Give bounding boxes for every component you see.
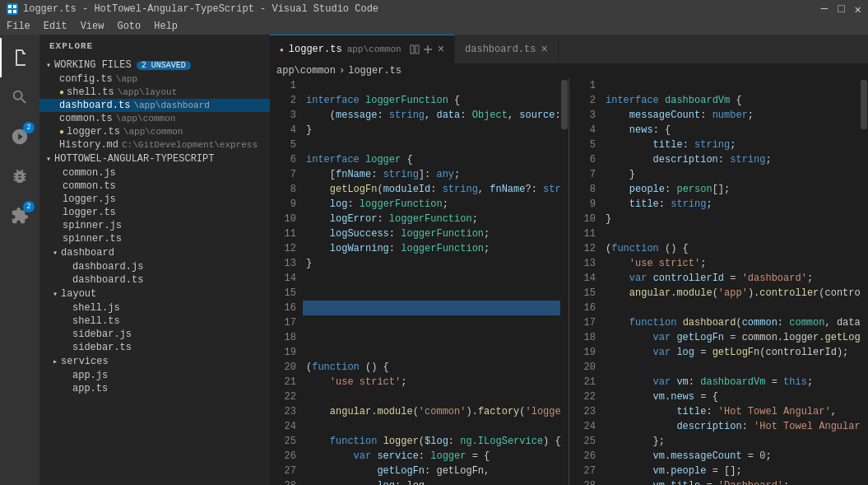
working-files-section[interactable]: ▾ WORKING FILES 2 UNSAVED	[39, 58, 270, 72]
sidebar-item-spinner-ts[interactable]: spinner.ts	[39, 232, 270, 245]
svg-rect-2	[8, 10, 12, 13]
menu-bar: File Edit View Goto Help	[0, 18, 868, 35]
sidebar-item-app-ts[interactable]: app.ts	[39, 382, 270, 395]
code-dashboard[interactable]: interface dashboardVm { messageCount: nu…	[602, 78, 868, 485]
files-icon[interactable]	[0, 38, 39, 77]
unsaved-badge: 2 UNSAVED	[137, 61, 191, 70]
code-logger[interactable]: interface loggerFunction { (message: str…	[303, 78, 569, 485]
title-bar: logger.ts - HotTowel-Angular-TypeScript …	[0, 0, 868, 18]
sidebar-item-sidebar-js[interactable]: sidebar.js	[39, 328, 270, 341]
sidebar-header: EXPLORE	[39, 35, 270, 58]
sidebar: EXPLORE ▾ WORKING FILES 2 UNSAVED config…	[39, 35, 270, 485]
maximize-button[interactable]: □	[838, 2, 844, 16]
line-numbers-dashboard: 12345 678910 1112131415 1617181920 21222…	[569, 78, 602, 485]
tab-dashboard-close[interactable]: ×	[541, 44, 547, 55]
main-layout: 2 2 EXPLORE ▾ WORKING FILES 2 UNSAVED co…	[0, 35, 868, 485]
minimize-button[interactable]: ─	[821, 2, 828, 16]
scrollbar-logger[interactable]	[560, 78, 569, 485]
extensions-icon[interactable]: 2	[0, 196, 39, 236]
tab-dashboard[interactable]: dashboard.ts ×	[455, 35, 559, 63]
debug-icon[interactable]	[0, 156, 39, 196]
project-label: HOTTOWEL-ANGULAR-TYPESCRIPT	[54, 153, 214, 165]
sidebar-item-common[interactable]: common.ts \app\common	[39, 112, 270, 125]
svg-rect-0	[8, 5, 12, 8]
window-controls[interactable]: ─ □ ✕	[821, 2, 861, 16]
breadcrumb-logger: app\common › logger.ts	[270, 63, 868, 78]
editor-panel-dashboard: 12345 678910 1112131415 1617181920 21222…	[569, 78, 868, 485]
project-section[interactable]: ▾ HOTTOWEL-ANGULAR-TYPESCRIPT	[39, 152, 270, 166]
svg-rect-5	[415, 45, 419, 54]
sidebar-item-app-js[interactable]: app.js	[39, 369, 270, 382]
menu-view[interactable]: View	[81, 21, 104, 32]
menu-edit[interactable]: Edit	[44, 21, 67, 32]
sidebar-item-dashboard-js[interactable]: dashboard.js	[39, 260, 270, 273]
sidebar-item-logger-js[interactable]: logger.js	[39, 193, 270, 206]
services-folder[interactable]: ▸ services	[39, 354, 270, 369]
line-numbers-logger: 12345 678910 1112131415 1617181920 21222…	[270, 78, 303, 485]
tab-logger-close[interactable]: ×	[438, 44, 444, 55]
editor-panel-logger: 12345 678910 1112131415 1617181920 21222…	[270, 78, 569, 485]
tab-icons	[410, 44, 433, 54]
editor-area: ● logger.ts app\common × dashboard.ts × …	[270, 35, 868, 485]
scrollbar-thumb[interactable]	[561, 80, 568, 129]
tab-dashboard-label: dashboard.ts	[465, 44, 536, 55]
close-button[interactable]: ✕	[855, 2, 861, 16]
sidebar-item-shell-js[interactable]: shell.js	[39, 301, 270, 315]
sidebar-item-dashboard[interactable]: dashboard.ts \app\dashboard	[39, 99, 270, 112]
arrow-icon: ▾	[46, 60, 51, 70]
menu-goto[interactable]: Goto	[117, 21, 141, 32]
dashboard-folder[interactable]: ▾ dashboard	[39, 245, 270, 260]
svg-rect-1	[13, 5, 16, 8]
sidebar-item-spinner-js[interactable]: spinner.js	[39, 219, 270, 232]
scrollbar-dashboard[interactable]	[860, 78, 868, 485]
search-icon[interactable]	[0, 77, 39, 117]
tab-logger[interactable]: ● logger.ts app\common ×	[270, 35, 455, 63]
sidebar-item-common-js[interactable]: common.js	[39, 166, 270, 180]
sidebar-item-logger-ts[interactable]: logger.ts	[39, 206, 270, 219]
tab-logger-label: logger.ts	[289, 44, 342, 55]
sidebar-item-config[interactable]: config.ts \app	[39, 72, 270, 86]
app-icon	[7, 3, 18, 15]
sidebar-item-shell[interactable]: ●shell.ts \app\layout	[39, 86, 270, 99]
sidebar-item-sidebar-ts[interactable]: sidebar.ts	[39, 341, 270, 354]
tab-logger-path: app\common	[347, 44, 402, 54]
editor-panels: 12345 678910 1112131415 1617181920 21222…	[270, 78, 868, 485]
editor-tabs: ● logger.ts app\common × dashboard.ts ×	[270, 35, 868, 63]
layout-folder[interactable]: ▾ layout	[39, 287, 270, 301]
sidebar-item-history[interactable]: History.md C:\GitDevelopment\express	[39, 138, 270, 152]
svg-rect-3	[13, 10, 16, 13]
git-badge: 2	[23, 122, 35, 133]
window-title: logger.ts - HotTowel-Angular-TypeScript …	[23, 3, 821, 15]
menu-help[interactable]: Help	[154, 21, 178, 32]
sidebar-item-shell-ts[interactable]: shell.ts	[39, 315, 270, 328]
scrollbar-thumb-dashboard[interactable]	[861, 80, 867, 129]
activity-bar: 2 2	[0, 35, 39, 485]
sidebar-item-common-ts[interactable]: common.ts	[39, 180, 270, 193]
breadcrumb-file: logger.ts	[348, 65, 402, 77]
sidebar-item-dashboard-ts[interactable]: dashboard.ts	[39, 273, 270, 287]
git-icon[interactable]: 2	[0, 117, 39, 156]
project-arrow-icon: ▾	[46, 154, 51, 164]
modified-dot: ●	[280, 46, 284, 54]
working-files-label: WORKING FILES	[54, 59, 132, 71]
menu-file[interactable]: File	[7, 21, 30, 32]
services-label: services	[61, 356, 109, 367]
sidebar-item-logger[interactable]: ●logger.ts \app\common	[39, 125, 270, 138]
breadcrumb-path: app\common	[276, 65, 336, 77]
svg-rect-4	[411, 45, 414, 54]
extensions-badge: 2	[23, 201, 35, 212]
